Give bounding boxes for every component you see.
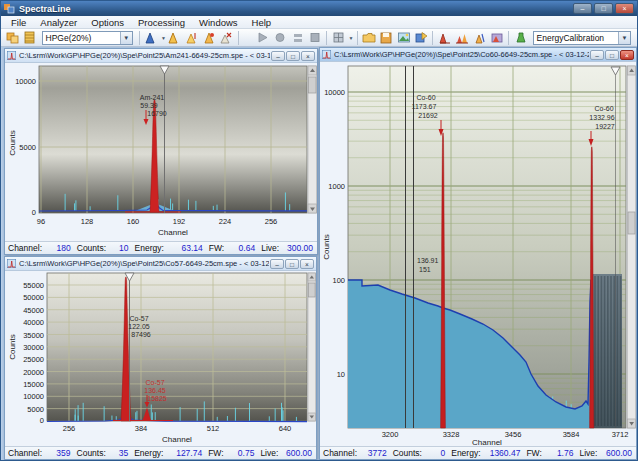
app-title: SpectraLine: [19, 4, 573, 14]
roi-analysis-2-icon[interactable]: [454, 30, 471, 46]
spectrum-window-icon: [7, 259, 16, 268]
detector-database-icon[interactable]: [21, 30, 38, 46]
co60-close-button[interactable]: ×: [620, 50, 634, 60]
co57-plot[interactable]: Co-57 122.05 87496 Co-57 136.45 15825 55…: [5, 271, 316, 446]
snapshot-icon[interactable]: [395, 30, 412, 46]
status-live-value: 600.00: [606, 448, 632, 458]
calibration-combo-value: EnergyCalibration: [537, 33, 605, 43]
status-channel-value: 359: [56, 448, 70, 458]
open-folder-icon[interactable]: [360, 30, 377, 46]
status-fw-value: 1.76: [557, 448, 574, 458]
status-channel-label: Channel:: [323, 448, 357, 458]
peak-area: 21692: [418, 112, 438, 119]
roi-analysis-3-icon[interactable]: [471, 30, 488, 46]
co57-minimize-button[interactable]: –: [270, 259, 284, 269]
nuclide-id-icon[interactable]: [200, 30, 217, 46]
am241-minimize-button[interactable]: –: [271, 51, 285, 61]
svg-text:20000: 20000: [23, 368, 44, 377]
stop-icon[interactable]: [306, 30, 323, 46]
combo-arrow-icon[interactable]: ▼: [618, 32, 630, 44]
peak-search-icon[interactable]: [143, 30, 160, 46]
mark-peak-icon[interactable]: [183, 30, 200, 46]
plot-background[interactable]: [39, 66, 307, 213]
menu-options[interactable]: Options: [84, 17, 131, 28]
menu-file[interactable]: File: [4, 17, 33, 28]
spectrum-list-icon[interactable]: [4, 30, 21, 46]
start-acquisition-icon[interactable]: [254, 30, 271, 46]
record-icon[interactable]: [272, 30, 289, 46]
minimize-button[interactable]: –: [573, 3, 592, 14]
co60-plot[interactable]: 136.91 151 Co-60 1173.67 21692 Co-60 133…: [320, 62, 636, 446]
svg-text:50000: 50000: [23, 293, 44, 302]
export-icon[interactable]: [412, 30, 429, 46]
am241-plot[interactable]: Am-241 59.39 16790 10000 5000 0 96 128 1…: [5, 63, 317, 241]
status-live-label: Live:: [579, 448, 597, 458]
vertical-scrollbar[interactable]: [628, 66, 636, 428]
svg-text:192: 192: [173, 217, 186, 226]
co60-maximize-button[interactable]: □: [605, 50, 619, 60]
co60-minimize-button[interactable]: –: [590, 50, 604, 60]
status-channel-value: 3772: [368, 448, 387, 458]
status-fw-label: FW:: [208, 448, 223, 458]
window-co60: C:\Lsrm\Work\GP\HPGe(20%)\Spe\Point25\Co…: [319, 47, 637, 460]
maximize-button[interactable]: □: [594, 3, 613, 14]
y-tick-labels: 10000 5000 0: [15, 77, 36, 217]
save-icon[interactable]: [378, 30, 395, 46]
window-layout-icon[interactable]: [330, 30, 347, 46]
app-icon: [4, 3, 15, 14]
menu-windows[interactable]: Windows: [192, 17, 245, 28]
svg-text:1000: 1000: [328, 182, 345, 191]
svg-text:640: 640: [279, 424, 292, 433]
window-layout-dropdown-icon[interactable]: ▼: [349, 35, 354, 41]
combo-arrow-icon[interactable]: ▼: [120, 32, 132, 44]
status-counts-label: Counts:: [77, 448, 106, 458]
co57-maximize-button[interactable]: □: [285, 259, 299, 269]
roi-note-1: 136.91: [417, 257, 439, 264]
svg-text:55000: 55000: [23, 281, 44, 290]
peak2-nuclide: Co-60: [594, 105, 613, 112]
svg-text:45000: 45000: [23, 306, 44, 315]
x-axis-label: Channel: [472, 438, 502, 446]
status-counts-value: 0: [440, 448, 445, 458]
status-counts-label: Counts:: [393, 448, 422, 458]
peak-nuclide: Am-241: [140, 94, 165, 101]
vertical-scrollbar[interactable]: [308, 273, 316, 421]
co57-close-button[interactable]: ×: [300, 259, 314, 269]
menu-processing[interactable]: Processing: [131, 17, 192, 28]
pause-icon[interactable]: [289, 30, 306, 46]
main-titlebar[interactable]: SpectraLine – □ ×: [1, 1, 637, 16]
detector-combo-value: HPGe(20%): [46, 33, 92, 43]
status-counts-label: Counts:: [77, 243, 106, 253]
peak-energy: 122.05: [128, 323, 150, 330]
spectrum-window-icon: [322, 50, 331, 59]
roi-analysis-4-icon[interactable]: [488, 30, 505, 46]
co60-titlebar[interactable]: C:\Lsrm\Work\GP\HPGe(20%)\Spe\Point25\Co…: [320, 48, 636, 62]
peak-nuclide: Co-60: [416, 94, 435, 101]
peak2-energy: 136.45: [144, 387, 166, 394]
toolbar: HPGe(20%) ▼ ▼: [1, 29, 637, 47]
svg-text:0: 0: [40, 416, 44, 425]
am241-maximize-button[interactable]: □: [286, 51, 300, 61]
close-button[interactable]: ×: [615, 3, 634, 14]
peak-area: 16790: [147, 110, 167, 117]
vertical-scrollbar[interactable]: [308, 66, 317, 213]
detector-combo[interactable]: HPGe(20%) ▼: [42, 31, 133, 45]
spectraline-app: SpectraLine – □ × File Analyzer Options …: [0, 0, 638, 461]
am241-title: C:\Lsrm\Work\GP\HPGe(20%)\Spe\Point25\Am…: [19, 51, 270, 60]
roi-analysis-1-icon[interactable]: [436, 30, 453, 46]
am241-close-button[interactable]: ×: [301, 51, 315, 61]
status-counts-value: 10: [119, 243, 128, 253]
calibration-combo[interactable]: EnergyCalibration ▼: [533, 31, 632, 45]
am241-titlebar[interactable]: C:\Lsrm\Work\GP\HPGe(20%)\Spe\Point25\Am…: [5, 49, 317, 63]
co57-titlebar[interactable]: C:\Lsrm\Work\GP\HPGe(20%)\Spe\Point25\Co…: [5, 257, 316, 271]
efficiency-icon[interactable]: [512, 30, 529, 46]
erase-marks-icon[interactable]: [218, 30, 235, 46]
calculate-peaks-icon[interactable]: [166, 30, 183, 46]
svg-text:3712: 3712: [612, 430, 629, 439]
menu-analyzer[interactable]: Analyzer: [33, 17, 84, 28]
am241-statusbar: Channel:180 Counts:10 Energy:63.14 FW:0.…: [5, 241, 317, 254]
menu-help[interactable]: Help: [245, 17, 279, 28]
svg-text:10000: 10000: [23, 392, 44, 401]
peak2-nuclide: Co-57: [145, 379, 164, 386]
svg-text:25000: 25000: [23, 355, 44, 364]
